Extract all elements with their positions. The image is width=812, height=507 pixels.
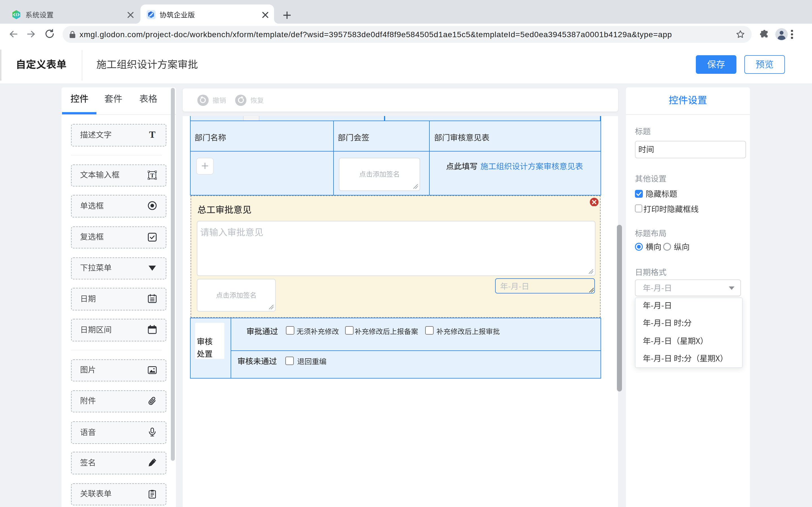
svg-text:T: T bbox=[149, 130, 156, 139]
svg-text:T: T bbox=[150, 172, 154, 179]
